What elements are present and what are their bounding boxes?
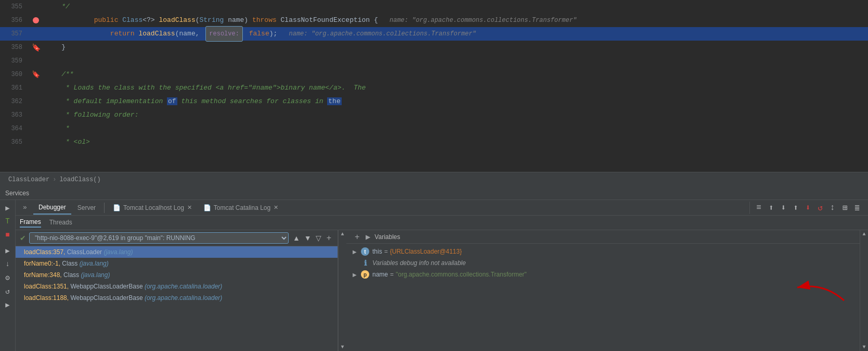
code-line-362: 362 * default implementation of this met… [0,95,868,108]
toolbar: ≡ ⬆ ⬇ ⬆ ⬇ ↺ ↕ ⊞ ≣ [749,202,866,214]
frame-item-0[interactable]: loadClass:357, ClassLoader (java.lang) [16,246,338,258]
frame-class-4: WebappClassLoaderBase [70,294,145,302]
frame-class-3: WebappClassLoaderBase [70,283,145,290]
sidebar-resume-icon[interactable]: ▶ [2,202,14,214]
line-number-357: 357 [0,30,29,37]
code-line-363: 363 * following order: [0,108,868,122]
breakpoint-icon-356[interactable] [33,17,39,23]
sidebar-plugins-icon[interactable]: ⚙ [2,272,14,283]
toolbar-resume-btn[interactable]: ⬆ [791,202,800,214]
sidebar-expand-icon[interactable]: ▶ [2,299,14,310]
line-content-364: * [43,122,868,135]
var-eq-this: = [384,248,388,255]
sub-tab-threads[interactable]: Threads [49,219,72,227]
scroll-down[interactable]: ▼ [341,344,344,350]
tab-tomcat-catalina-icon: 📄 [203,204,211,211]
tab-tomcat-localhost-icon: 📄 [113,204,121,211]
tab-tomcat-catalina[interactable]: 📄 Tomcat Catalina Log ✕ [198,201,283,215]
frame-method-0: loadClass:357, [24,248,67,256]
panel-body: ▶ T ■ ▶ ↓ ⚙ ↺ ▶ » Debugger Server � [0,200,868,351]
toolbar-restart-btn[interactable]: ↺ [815,202,825,214]
var-item-name: ▶ p name = "org.apache.commons.collectio… [346,269,860,280]
scroll-up[interactable]: ▲ [341,231,344,237]
toolbar-menu-btn[interactable]: ≡ [754,202,763,214]
frame-item-3[interactable]: loadClass:1351, WebappClassLoaderBase (o… [16,281,338,292]
sub-tab-frames[interactable]: Frames [20,218,41,228]
breadcrumb-class: ClassLoader [8,176,49,183]
tab-tomcat-localhost-close[interactable]: ✕ [187,204,192,211]
variables-scrollbar[interactable]: ▲ ▼ [860,230,868,351]
sidebar-refresh-icon[interactable]: ↺ [2,285,14,297]
tab-tomcat-catalina-close[interactable]: ✕ [274,204,278,211]
tab-debugger-label: Debugger [38,204,66,211]
frame-method-4: loadClass:1188, [24,294,70,302]
toolbar-list-btn[interactable]: ≣ [852,202,862,214]
toolbar-mute-btn[interactable]: ↕ [828,202,837,214]
var-eq-name: = [390,271,394,278]
variables-expand-btn[interactable]: ▶ [366,233,370,241]
var-scroll-down[interactable]: ▼ [862,344,865,350]
line-number-365: 365 [0,139,29,146]
var-icon-info: ℹ [361,259,369,267]
sidebar-stop-icon[interactable]: ■ [2,229,14,241]
services-title: Services [5,190,29,197]
line-gutter-356 [29,17,43,23]
breadcrumb-method: loadClass() [59,176,100,183]
frame-item-4[interactable]: loadClass:1188, WebappClassLoaderBase (o… [16,292,338,304]
line-gutter-360: 🔖 [29,70,43,79]
variables-add-btn[interactable]: + [353,232,361,242]
thread-row: ✔ "http-nio-8088-exec-9"@2,619 in group … [16,230,338,246]
thread-filter-btn[interactable]: ▽ [315,233,322,243]
thread-up-btn[interactable]: ▲ [292,233,301,243]
line-number-364: 364 [0,125,29,132]
frame-class-0: ClassLoader [67,248,104,256]
frame-pkg-4: (org.apache.catalina.loader) [145,294,222,302]
frame-item-1[interactable]: forName0:-1, Class (java.lang) [16,258,338,269]
sub-tab-threads-label: Threads [49,219,72,226]
sidebar-step-over-icon[interactable]: ▶ [2,245,14,256]
toolbar-up-btn[interactable]: ⬆ [767,202,776,214]
line-content-365: * <ol> [43,135,868,149]
sidebar-debug-icon[interactable]: T [2,216,14,227]
frame-item-2[interactable]: forName:348, Class (java.lang) [16,269,338,281]
line-number-360: 360 [0,71,29,78]
code-line-364: 364 * [0,122,868,135]
code-line-359: 359 [0,54,868,68]
toolbar-down-btn[interactable]: ⬇ [779,202,788,214]
variables-list: ▶ t this = {URLClassLoader@4113} ℹ Varia… [346,244,860,351]
thread-down-btn[interactable]: ▼ [303,233,313,243]
thread-controls: ▲ ▼ ▽ + [292,233,333,243]
toolbar-table-btn[interactable]: ⊞ [840,202,850,214]
tab-tomcat-localhost[interactable]: 📄 Tomcat Localhost Log ✕ [108,201,197,215]
var-expand-this[interactable]: ▶ [353,249,361,255]
bookmark-icon-358: 🔖 [32,43,41,52]
frames-scrollbar[interactable]: ▲ ▼ [338,230,346,351]
more-tabs-button[interactable]: » [18,204,32,211]
thread-add-btn[interactable]: + [325,233,333,243]
sub-tab-frames-label: Frames [20,218,41,225]
services-header: Services [0,186,868,200]
code-line-357: 357 return loadClass(name, resolve: fals… [0,27,868,41]
var-icon-this: t [361,247,369,256]
var-expand-name[interactable]: ▶ [353,272,361,278]
var-name-name: name [372,271,388,278]
breadcrumb-separator: › [53,176,56,183]
var-value-this: {URLClassLoader@4113} [390,248,462,255]
var-item-info: ℹ Variables debug info not available [346,257,860,269]
tab-debugger[interactable]: Debugger [33,201,71,215]
line-content-360: /** [43,68,868,81]
line-number-362: 362 [0,98,29,105]
code-line-358: 358 🔖 } [0,41,868,54]
thread-selector[interactable]: "http-nio-8088-exec-9"@2,619 in group "m… [29,232,289,244]
sidebar-step-in-icon[interactable]: ↓ [2,258,14,270]
toolbar-pause-btn[interactable]: ⬇ [804,202,813,214]
sub-tab-bar: Frames Threads [16,216,868,230]
var-value-name: "org.apache.commons.collections.Transfor… [396,271,527,278]
tab-tomcat-catalina-label: Tomcat Catalina Log [214,204,270,211]
breadcrumb: ClassLoader › loadClass() [0,172,868,186]
tab-server[interactable]: Server [72,201,101,215]
frames-list: loadClass:357, ClassLoader (java.lang) f… [16,246,338,351]
var-scroll-up[interactable]: ▲ [862,231,865,237]
tab-separator-1 [104,203,105,213]
frame-method-2: forName:348, [24,271,63,279]
